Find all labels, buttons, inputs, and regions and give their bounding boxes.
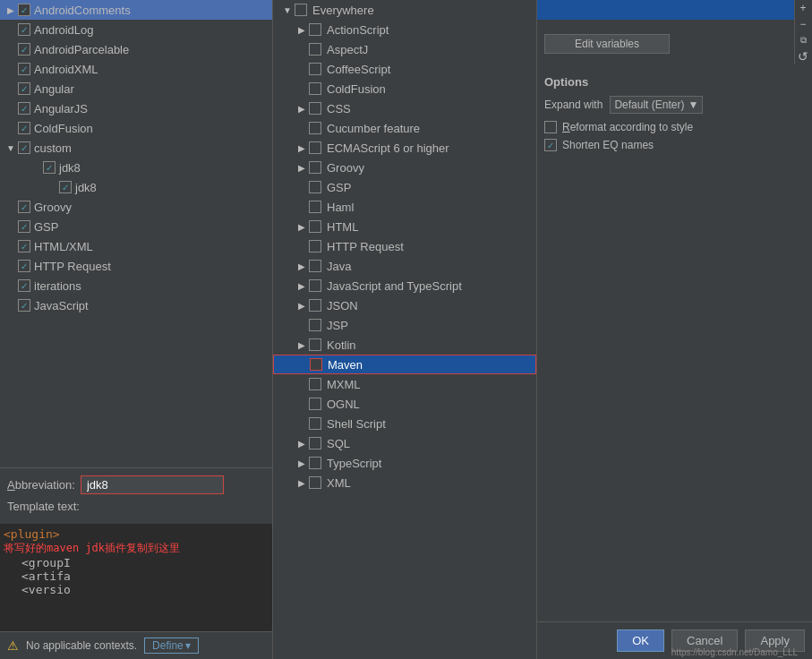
tree-checkbox[interactable] bbox=[18, 260, 30, 272]
dropdown-checkbox[interactable] bbox=[309, 260, 321, 272]
dropdown-checkbox[interactable] bbox=[309, 398, 321, 410]
tree-item-jdk8-2[interactable]: jdk8 bbox=[0, 177, 272, 197]
template-text-area[interactable]: <plugin> 将写好的maven jdk插件复制到这里 <groupI <a… bbox=[0, 524, 272, 631]
tree-item-groovy[interactable]: Groovy bbox=[0, 197, 272, 217]
tree-checkbox[interactable] bbox=[18, 141, 30, 154]
undo-icon[interactable]: ↺ bbox=[795, 48, 811, 64]
tree-item-httprequest[interactable]: HTTP Request bbox=[0, 256, 272, 276]
dropdown-checkbox[interactable] bbox=[309, 161, 321, 174]
tree-item-javascript[interactable]: JavaScript bbox=[0, 295, 272, 315]
dropdown-item-json[interactable]: ▶ JSON bbox=[273, 295, 536, 315]
dropdown-checkbox[interactable] bbox=[309, 141, 321, 154]
dropdown-item-ognl[interactable]: OGNL bbox=[273, 394, 536, 414]
dropdown-checkbox[interactable] bbox=[309, 181, 321, 193]
tree-checkbox[interactable] bbox=[18, 4, 30, 16]
tree-item-angular[interactable]: Angular bbox=[0, 79, 272, 98]
dropdown-item-actionscript[interactable]: ▶ ActionScript bbox=[273, 20, 536, 39]
tree-item-androidcomments[interactable]: ▶ AndroidComments bbox=[0, 0, 272, 20]
expand-arrow-icon: ▶ bbox=[295, 458, 309, 468]
tree-item-androidlog[interactable]: AndroidLog bbox=[0, 20, 272, 39]
dropdown-checkbox[interactable] bbox=[309, 122, 321, 134]
tree-checkbox[interactable] bbox=[18, 82, 30, 95]
remove-icon[interactable]: − bbox=[795, 16, 811, 32]
tree-item-custom[interactable]: ▼ custom bbox=[0, 138, 272, 158]
tree-checkbox[interactable] bbox=[18, 122, 30, 134]
dropdown-checkbox[interactable] bbox=[309, 437, 321, 449]
tree-checkbox[interactable] bbox=[59, 181, 72, 193]
dropdown-checkbox[interactable] bbox=[309, 201, 321, 213]
dropdown-checkbox[interactable] bbox=[309, 299, 321, 312]
dropdown-item-xml[interactable]: ▶ XML bbox=[273, 473, 536, 492]
dropdown-item-html[interactable]: ▶ HTML bbox=[273, 217, 536, 236]
tree-item-angularjs[interactable]: AngularJS bbox=[0, 98, 272, 118]
dropdown-item-typescript[interactable]: ▶ TypeScript bbox=[273, 453, 536, 473]
tree-checkbox[interactable] bbox=[18, 102, 30, 115]
dropdown-item-css[interactable]: ▶ CSS bbox=[273, 98, 536, 118]
tree-item-coldfusion[interactable]: ColdFusion bbox=[0, 118, 272, 138]
context-list[interactable]: ▼ Everywhere ▶ ActionScript AspectJ Coff… bbox=[273, 0, 536, 659]
tree-checkbox[interactable] bbox=[18, 240, 30, 252]
dropdown-checkbox[interactable] bbox=[309, 43, 321, 56]
dropdown-item-shellscript[interactable]: Shell Script bbox=[273, 414, 536, 433]
dropdown-checkbox[interactable] bbox=[309, 476, 321, 489]
dropdown-item-sql[interactable]: ▶ SQL bbox=[273, 433, 536, 453]
tree-item-label: HTTP Request bbox=[34, 260, 111, 273]
abbreviation-input[interactable] bbox=[81, 475, 224, 494]
dropdown-checkbox[interactable] bbox=[310, 358, 322, 371]
add-icon[interactable]: + bbox=[795, 0, 811, 16]
tree-checkbox[interactable] bbox=[18, 201, 30, 213]
template-group-tree[interactable]: ▶ AndroidComments AndroidLog AndroidParc… bbox=[0, 0, 272, 467]
tree-checkbox[interactable] bbox=[18, 220, 30, 233]
dropdown-item-kotlin[interactable]: ▶ Kotlin bbox=[273, 335, 536, 355]
tree-item-gsp[interactable]: GSP bbox=[0, 217, 272, 236]
dropdown-item-javascript-ts[interactable]: ▶ JavaScript and TypeScript bbox=[273, 276, 536, 295]
tree-checkbox[interactable] bbox=[43, 161, 56, 174]
tree-item-jdk8-1[interactable]: jdk8 bbox=[0, 158, 272, 177]
abbreviation-section: Abbreviation: Template text: bbox=[0, 467, 272, 524]
dropdown-item-coldfusion[interactable]: ColdFusion bbox=[273, 79, 536, 98]
dropdown-item-mxml[interactable]: MXML bbox=[273, 374, 536, 394]
dropdown-checkbox[interactable] bbox=[309, 417, 321, 430]
dropdown-checkbox[interactable] bbox=[309, 338, 321, 351]
edit-variables-button[interactable]: Edit variables bbox=[544, 34, 670, 54]
dropdown-item-ecmascript[interactable]: ▶ ECMAScript 6 or higher bbox=[273, 138, 536, 158]
tree-item-androidparcelable[interactable]: AndroidParcelable bbox=[0, 39, 272, 59]
dropdown-item-cucumber[interactable]: Cucumber feature bbox=[273, 118, 536, 138]
dropdown-item-haml[interactable]: Haml bbox=[273, 197, 536, 217]
tree-checkbox[interactable] bbox=[18, 43, 30, 56]
shorten-eq-checkbox[interactable] bbox=[544, 139, 557, 151]
dropdown-checkbox[interactable] bbox=[309, 102, 321, 115]
dropdown-item-jsp[interactable]: JSP bbox=[273, 315, 536, 335]
define-button[interactable]: Define ▾ bbox=[144, 638, 199, 654]
dropdown-checkbox[interactable] bbox=[295, 4, 307, 16]
expand-with-select[interactable]: Default (Enter) ▼ bbox=[610, 96, 703, 114]
ok-button[interactable]: OK bbox=[617, 629, 664, 652]
dropdown-item-java[interactable]: ▶ Java bbox=[273, 256, 536, 276]
dropdown-checkbox[interactable] bbox=[309, 319, 321, 331]
tree-item-androidxml[interactable]: AndroidXML bbox=[0, 59, 272, 79]
tree-checkbox[interactable] bbox=[18, 23, 30, 36]
tree-checkbox[interactable] bbox=[18, 299, 30, 312]
dropdown-checkbox[interactable] bbox=[309, 220, 321, 233]
dropdown-checkbox[interactable] bbox=[309, 240, 321, 252]
dropdown-checkbox[interactable] bbox=[309, 279, 321, 292]
tree-checkbox[interactable] bbox=[18, 279, 30, 292]
expand-arrow-icon: ▶ bbox=[295, 281, 309, 291]
dropdown-item-everywhere[interactable]: ▼ Everywhere bbox=[273, 0, 536, 20]
reformat-checkbox[interactable] bbox=[544, 121, 557, 133]
dropdown-item-httprequest[interactable]: HTTP Request bbox=[273, 236, 536, 256]
dropdown-item-groovy[interactable]: ▶ Groovy bbox=[273, 158, 536, 177]
tree-checkbox[interactable] bbox=[18, 63, 30, 75]
dropdown-checkbox[interactable] bbox=[309, 63, 321, 75]
dropdown-checkbox[interactable] bbox=[309, 82, 321, 95]
tree-item-iterations[interactable]: iterations bbox=[0, 276, 272, 295]
dropdown-item-aspectj[interactable]: AspectJ bbox=[273, 39, 536, 59]
copy-icon[interactable]: ⧉ bbox=[795, 32, 811, 48]
dropdown-checkbox[interactable] bbox=[309, 378, 321, 390]
dropdown-item-maven[interactable]: Maven bbox=[273, 355, 536, 374]
dropdown-checkbox[interactable] bbox=[309, 23, 321, 36]
dropdown-item-coffeescript[interactable]: CoffeeScript bbox=[273, 59, 536, 79]
dropdown-item-gsp[interactable]: GSP bbox=[273, 177, 536, 197]
tree-item-htmlxml[interactable]: HTML/XML bbox=[0, 236, 272, 256]
dropdown-checkbox[interactable] bbox=[309, 457, 321, 469]
